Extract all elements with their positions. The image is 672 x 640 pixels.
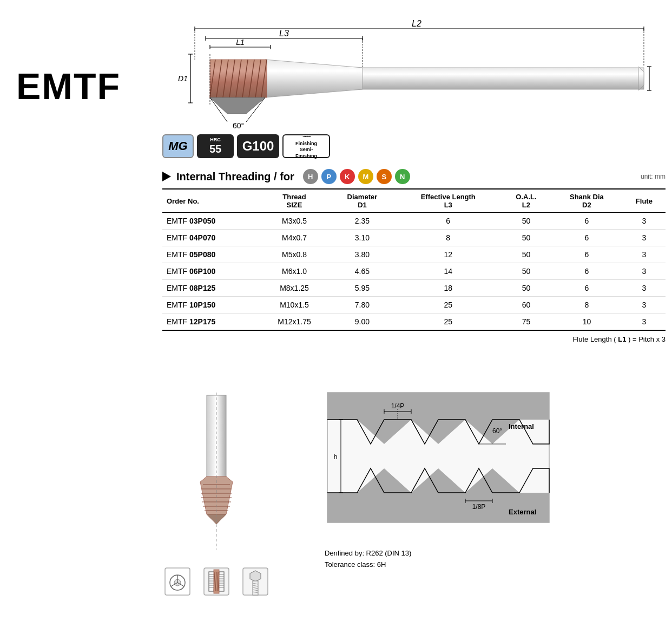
d1-cell: 2.35 bbox=[330, 213, 395, 230]
flute-cell: 3 bbox=[623, 246, 666, 263]
thread-cell: M8x1.25 bbox=[259, 280, 330, 297]
col-thread: ThreadSIZE bbox=[259, 189, 330, 213]
flute-cell: 3 bbox=[623, 314, 666, 331]
d2-cell: 8 bbox=[551, 297, 623, 314]
arrow-icon bbox=[162, 172, 171, 181]
data-table: Order No. ThreadSIZE DiameterD1 Effectiv… bbox=[162, 188, 666, 331]
svg-text:External: External bbox=[509, 508, 536, 516]
d1-cell: 9.00 bbox=[330, 314, 395, 331]
material-n: N bbox=[395, 169, 410, 184]
d1-cell: 5.95 bbox=[330, 280, 395, 297]
order-cell: EMTF 12P175 bbox=[162, 314, 259, 331]
thread-cell: M6x1.0 bbox=[259, 263, 330, 280]
material-h: H bbox=[303, 169, 318, 184]
thread-cell: M5x0.8 bbox=[259, 246, 330, 263]
flute-cell: 3 bbox=[623, 297, 666, 314]
table-row: EMTF 08P125 M8x1.25 5.95 18 50 6 3 bbox=[162, 280, 666, 297]
d2-cell: 6 bbox=[551, 280, 623, 297]
flute-cell: 3 bbox=[623, 280, 666, 297]
l2-cell: 50 bbox=[502, 263, 551, 280]
order-cell: EMTF 10P150 bbox=[162, 297, 259, 314]
d1-cell: 4.65 bbox=[330, 263, 395, 280]
thread-cell: M3x0.5 bbox=[259, 213, 330, 230]
material-p: P bbox=[321, 169, 337, 184]
unit-label: unit: mm bbox=[641, 173, 666, 180]
col-flute: Flute bbox=[623, 189, 666, 213]
svg-text:L2: L2 bbox=[412, 19, 421, 28]
d2-cell: 6 bbox=[551, 263, 623, 280]
flute-cell: 3 bbox=[623, 230, 666, 246]
order-cell: EMTF 04P070 bbox=[162, 230, 259, 246]
svg-text:D1: D1 bbox=[178, 74, 188, 83]
table-row: EMTF 06P100 M6x1.0 4.65 14 50 6 3 bbox=[162, 263, 666, 280]
thread-cell: M12x1.75 bbox=[259, 314, 330, 331]
order-cell: EMTF 06P100 bbox=[162, 263, 259, 280]
badge-row: MG HRC 55 G100 ~~~ Finishing Semi- Finis… bbox=[162, 134, 330, 158]
table-row: EMTF 12P175 M12x1.75 9.00 25 75 10 3 bbox=[162, 314, 666, 331]
l2-cell: 50 bbox=[502, 230, 551, 246]
section-title: Internal Threading / for bbox=[176, 171, 294, 183]
col-l3: Effective LengthL3 bbox=[395, 189, 502, 213]
svg-text:L1: L1 bbox=[236, 38, 245, 47]
order-cell: EMTF 05P080 bbox=[162, 246, 259, 263]
table-row: EMTF 03P050 M3x0.5 2.35 6 50 6 3 bbox=[162, 213, 666, 230]
d1-cell: 7.80 bbox=[330, 297, 395, 314]
section-header: Internal Threading / for H P K M S N uni… bbox=[162, 169, 666, 184]
order-cell: EMTF 03P050 bbox=[162, 213, 259, 230]
material-k: K bbox=[340, 169, 355, 184]
l3-cell: 6 bbox=[395, 213, 502, 230]
thread-caption: Denfined by: R262 (DIN 13) Tolerance cla… bbox=[325, 548, 552, 571]
thread-cell: M4x0.7 bbox=[259, 230, 330, 246]
svg-text:h: h bbox=[334, 453, 338, 461]
badge-mg: MG bbox=[162, 134, 194, 158]
svg-marker-32 bbox=[210, 97, 265, 114]
material-s: S bbox=[377, 169, 392, 184]
svg-text:1/8P: 1/8P bbox=[472, 503, 486, 511]
l2-cell: 50 bbox=[502, 246, 551, 263]
table-section: Internal Threading / for H P K M S N uni… bbox=[162, 169, 666, 343]
svg-text:Internal: Internal bbox=[509, 422, 534, 430]
flute-cell: 3 bbox=[623, 263, 666, 280]
bottom-icons bbox=[162, 565, 271, 598]
svg-text:60°: 60° bbox=[233, 121, 244, 130]
bottom-section: 1/4P 60° Internal h 1/8P External Denfin… bbox=[0, 390, 672, 598]
table-row: EMTF 04P070 M4x0.7 3.10 8 50 6 3 bbox=[162, 230, 666, 246]
l3-cell: 18 bbox=[395, 280, 502, 297]
l3-cell: 8 bbox=[395, 230, 502, 246]
l2-cell: 60 bbox=[502, 297, 551, 314]
badge-hrc: HRC 55 bbox=[197, 134, 234, 158]
svg-marker-73 bbox=[250, 571, 261, 582]
order-cell: EMTF 08P125 bbox=[162, 280, 259, 297]
l3-cell: 25 bbox=[395, 297, 502, 314]
d2-cell: 6 bbox=[551, 230, 623, 246]
badge-g100: G100 bbox=[237, 134, 279, 158]
l3-cell: 12 bbox=[395, 246, 502, 263]
d2-cell: 10 bbox=[551, 314, 623, 331]
l2-cell: 75 bbox=[502, 314, 551, 331]
col-d2: Shank DiaD2 bbox=[551, 189, 623, 213]
material-circles: H P K M S N bbox=[303, 169, 410, 184]
tool-vertical-illustration bbox=[162, 390, 271, 598]
tool-diagram: L2 L3 L1 D1 D2 bbox=[151, 16, 655, 135]
flute-cell: 3 bbox=[623, 213, 666, 230]
d1-cell: 3.10 bbox=[330, 230, 395, 246]
table-row: EMTF 05P080 M5x0.8 3.80 12 50 6 3 bbox=[162, 246, 666, 263]
l3-cell: 14 bbox=[395, 263, 502, 280]
product-title: EMTF bbox=[16, 65, 121, 107]
badge-finish: ~~~ Finishing Semi- Finishing bbox=[282, 134, 330, 158]
svg-text:L3: L3 bbox=[279, 29, 289, 38]
svg-marker-21 bbox=[265, 60, 363, 97]
l2-cell: 50 bbox=[502, 280, 551, 297]
d2-cell: 6 bbox=[551, 246, 623, 263]
d2-cell: 6 bbox=[551, 213, 623, 230]
col-l2: O.A.L.L2 bbox=[502, 189, 551, 213]
thread-cell: M10x1.5 bbox=[259, 297, 330, 314]
l2-cell: 50 bbox=[502, 213, 551, 230]
thread-profile-diagram: 1/4P 60° Internal h 1/8P External Denfin… bbox=[325, 390, 552, 571]
flute-note: Flute Length ( L1 ) = Pitch x 3 bbox=[162, 335, 666, 343]
col-order: Order No. bbox=[162, 189, 259, 213]
material-m: M bbox=[358, 169, 373, 184]
col-d1: DiameterD1 bbox=[330, 189, 395, 213]
svg-text:60°: 60° bbox=[492, 427, 502, 435]
d1-cell: 3.80 bbox=[330, 246, 395, 263]
